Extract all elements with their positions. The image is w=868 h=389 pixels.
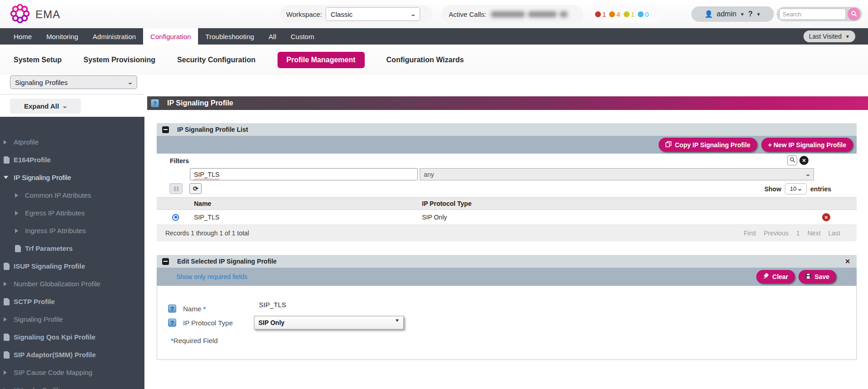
collapse-minus-icon[interactable] [162, 126, 169, 133]
edit-panel-toolbar: Show only required fields Clear Save [157, 268, 857, 286]
chevron-down-icon[interactable] [4, 176, 14, 179]
chevron-right-icon[interactable] [4, 140, 14, 145]
subnav-security-configuration[interactable]: Security Configuration [177, 56, 255, 64]
nav-item-monitoring[interactable]: Monitoring [39, 28, 85, 45]
nav-item-administration[interactable]: Administration [85, 28, 143, 45]
chevron-right-icon[interactable] [15, 229, 25, 233]
column-header-name[interactable]: Name [194, 200, 211, 207]
workspace-select[interactable]: Classic ⌄ [326, 7, 420, 21]
search-input[interactable] [779, 9, 846, 20]
user-icon: 👤 [704, 10, 713, 18]
chevron-right-icon[interactable] [4, 282, 14, 286]
search-button[interactable] [848, 8, 860, 20]
help-label[interactable]: ? [748, 10, 753, 18]
tree-item-atprofile[interactable]: Atprofile [0, 133, 144, 151]
columns-icon[interactable] [169, 183, 183, 194]
close-icon[interactable]: ✕ [845, 258, 850, 265]
chevron-down-icon: ⌄ [410, 11, 416, 17]
page-next[interactable]: Next [808, 229, 821, 237]
last-visited-label: Last Visited [809, 33, 842, 40]
clear-button[interactable]: Clear [756, 270, 795, 284]
subnav-system-provisioning[interactable]: System Provisioning [84, 56, 155, 64]
brand: EMA [10, 4, 60, 25]
chevron-down-icon[interactable]: ▼ [756, 12, 761, 17]
tree-item-sip-cause-code-mapping[interactable]: SIP Cause Code Mapping [0, 364, 144, 381]
tree-item-signaling-qos-kpi-profile[interactable]: Signaling Qos Kpi Profile [0, 328, 144, 346]
chevron-right-icon[interactable] [15, 193, 25, 198]
subnav-profile-management[interactable]: Profile Management [278, 52, 365, 68]
help-icon[interactable]: ? [168, 319, 176, 327]
tree-item-signaling-profile[interactable]: Signaling Profile [0, 310, 144, 328]
page-number[interactable]: 1 [796, 229, 800, 237]
clear-icon [763, 273, 769, 280]
protocol-field-label: IP Protocol Type [183, 319, 233, 327]
major-status-icon[interactable] [609, 11, 615, 17]
critical-status-icon[interactable] [595, 11, 601, 17]
chevron-right-icon[interactable] [15, 211, 25, 215]
tree-item-xheader-profile[interactable]: XHeader Profile [0, 381, 144, 389]
active-calls-label: Active Calls: [449, 10, 486, 18]
nav-item-home[interactable]: Home [6, 28, 39, 45]
file-icon [4, 263, 14, 270]
minor-status-icon[interactable] [624, 11, 630, 17]
table-row[interactable]: SIP_TLS SIP Only ✕ [157, 210, 857, 225]
row-radio-selected[interactable] [172, 214, 179, 221]
page-previous[interactable]: Previous [764, 229, 788, 237]
chevron-right-icon[interactable] [4, 370, 14, 375]
save-button[interactable]: Save [799, 270, 836, 284]
chevron-down-icon[interactable]: ▼ [740, 12, 744, 17]
expand-all-label: Expand All [24, 102, 59, 110]
show-required-fields-link[interactable]: Show only required fields [176, 273, 247, 280]
nav-item-all[interactable]: All [261, 28, 283, 45]
subnav-configuration-wizards[interactable]: Configuration Wizards [387, 56, 464, 64]
column-header-ip-protocol-type[interactable]: IP Protocol Type [422, 200, 471, 207]
page-title-bar: ? IP Signaling Profile [147, 96, 868, 110]
help-icon[interactable]: ? [151, 99, 159, 107]
ip-signaling-profile-list-panel: IP Signaling Profile List Copy IP Signal… [157, 123, 857, 241]
collapse-minus-icon[interactable] [162, 258, 169, 265]
copy-profile-button[interactable]: Copy IP Signaling Profile [659, 138, 757, 152]
tree-item-egress-ip-attributes[interactable]: Egress IP Attributes [0, 204, 144, 222]
tree-item-sctp-profile[interactable]: SCTP Profile [0, 293, 144, 310]
page-last[interactable]: Last [828, 229, 840, 237]
file-icon [4, 156, 14, 164]
active-calls-redacted-text [491, 11, 567, 17]
page-first[interactable]: First [744, 229, 756, 237]
apply-filter-button[interactable] [787, 155, 797, 165]
name-filter-input[interactable]: SIP_TLS [190, 168, 418, 180]
clear-filter-icon[interactable]: ✕ [799, 156, 808, 165]
page-size-control: Show 10 ⌄ entries [764, 183, 831, 194]
refresh-icon[interactable]: ⟳ [189, 183, 202, 194]
nav-item-troubleshooting[interactable]: Troubleshooting [198, 28, 261, 45]
page-size-select[interactable]: 10 ⌄ [785, 183, 807, 194]
delete-row-icon[interactable]: ✕ [822, 213, 830, 221]
tree-item-sip-adaptor-smm-profile[interactable]: SIP Adaptor(SMM) Profile [0, 346, 144, 364]
nav-item-custom[interactable]: Custom [283, 28, 322, 45]
tree-item-isup-signaling-profile[interactable]: ISUP Signaling Profile [0, 257, 144, 275]
tree-item-e164profile[interactable]: E164Profile [0, 151, 144, 169]
new-profile-button[interactable]: + New IP Signaling Profile [761, 138, 853, 152]
help-icon[interactable]: ? [168, 304, 176, 313]
chevron-right-icon[interactable] [4, 317, 14, 322]
tree-item-trf-parameters[interactable]: Trf Parameters [0, 239, 144, 257]
info-status-icon[interactable] [638, 11, 644, 17]
tree-item-ingress-ip-attributes[interactable]: Ingress IP Attributes [0, 222, 144, 239]
name-field-value: SIP_TLS [259, 301, 286, 309]
subnav-system-setup[interactable]: System Setup [14, 56, 62, 64]
profile-category-select[interactable]: Signaling Profiles ⌄ [10, 75, 137, 89]
expand-all-button[interactable]: Expand All ⌄ [10, 99, 81, 114]
active-calls-group: Active Calls: [441, 5, 583, 23]
tree-item-common-ip-attributes[interactable]: Common IP Attributes [0, 186, 144, 204]
row-protocol-cell: SIP Only [422, 214, 447, 221]
user-menu[interactable]: 👤 admin ▼ ? ▼ [691, 6, 774, 22]
tree-item-number-globalization-profile[interactable]: Number Globalization Profile [0, 275, 144, 293]
list-panel-toolbar: Copy IP Signaling Profile + New IP Signa… [157, 136, 857, 154]
nav-item-configuration[interactable]: Configuration [143, 28, 198, 45]
tree-item-ip-signaling-profile[interactable]: IP Signaling Profile [0, 169, 144, 186]
file-icon [4, 298, 14, 305]
ip-protocol-type-select[interactable]: SIP Only ▼ [254, 316, 404, 329]
edit-profile-panel: Edit Selected IP Signaling Profile ✕ Sho… [157, 255, 857, 360]
last-visited-dropdown[interactable]: Last Visited ▼ [804, 30, 855, 42]
type-filter-select[interactable]: any ⌄ [420, 168, 814, 180]
ema-logo-icon [10, 4, 30, 25]
